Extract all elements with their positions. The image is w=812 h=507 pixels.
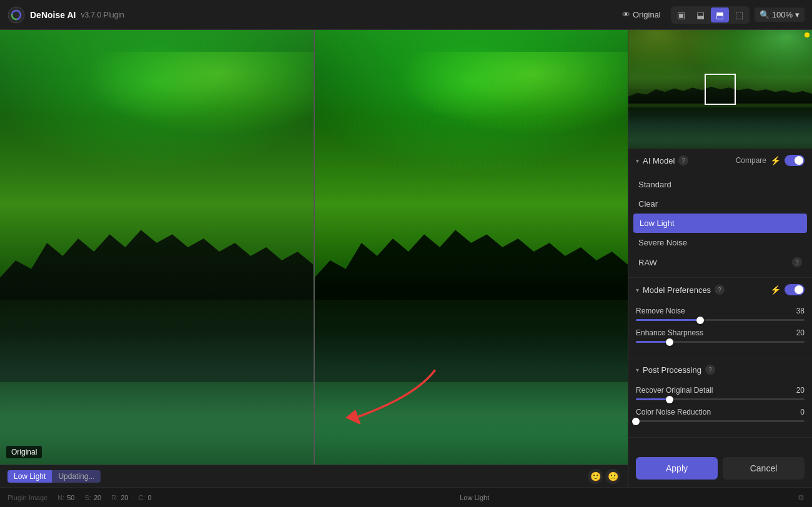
model-pref-toggle[interactable] bbox=[785, 284, 805, 295]
main-layout: Original Low Light Updating bbox=[0, 30, 812, 487]
ai-model-title: AI Model bbox=[643, 156, 675, 165]
model-pref-lightning-icon: ⚡ bbox=[770, 285, 781, 295]
status-dot bbox=[805, 32, 810, 37]
enhance-sharpness-thumb[interactable] bbox=[666, 338, 673, 346]
app-title: DeNoise AI bbox=[30, 10, 76, 20]
model-item-severe-noise[interactable]: Severe Noise bbox=[628, 233, 812, 252]
right-waterfall-area bbox=[315, 300, 628, 465]
recover-detail-thumb[interactable] bbox=[666, 396, 673, 403]
enhance-sharpness-slider-row: Enhance Sharpness 20 bbox=[636, 328, 805, 343]
view-side-button[interactable]: ⬚ bbox=[730, 7, 748, 22]
recover-detail-value: 20 bbox=[787, 386, 805, 395]
remove-noise-value: 38 bbox=[787, 307, 805, 315]
original-button-label: Original bbox=[633, 10, 661, 19]
model-pref-help-icon[interactable]: ? bbox=[715, 285, 725, 295]
right-aurora-background bbox=[315, 30, 628, 465]
image-canvas: Original bbox=[0, 30, 628, 465]
remove-noise-thumb[interactable] bbox=[696, 317, 704, 324]
view-split-h-button[interactable]: ⬒ bbox=[711, 7, 729, 22]
cancel-button[interactable]: Cancel bbox=[723, 457, 805, 480]
lightning-icon: ⚡ bbox=[770, 155, 781, 165]
recover-detail-slider-row: Recover Original Detail 20 bbox=[636, 386, 805, 400]
aurora-layer-3 bbox=[0, 30, 314, 204]
model-item-raw[interactable]: RAW ? bbox=[628, 252, 812, 272]
recover-detail-track[interactable] bbox=[636, 398, 805, 400]
eye-icon: 👁 bbox=[622, 10, 630, 19]
image-area: Original Low Light Updating bbox=[0, 30, 628, 487]
color-noise-slider-row: Color Noise Reduction 0 bbox=[636, 408, 805, 422]
model-list: Standard Clear Low Light Severe Noise RA… bbox=[628, 172, 812, 277]
post-proc-chevron-icon[interactable]: ▾ bbox=[636, 367, 639, 373]
app-version: v3.7.0 Plugin bbox=[81, 11, 124, 19]
model-item-clear[interactable]: Clear bbox=[628, 194, 812, 214]
footer-r-value: 20 bbox=[121, 494, 128, 501]
post-proc-help-icon[interactable]: ? bbox=[705, 365, 715, 375]
footer-n-value: 50 bbox=[67, 494, 74, 501]
logo: DeNoise AI v3.7.0 Plugin bbox=[7, 6, 124, 24]
thumbnail-preview[interactable] bbox=[628, 30, 812, 149]
model-badge-name: Low Light bbox=[7, 470, 52, 483]
left-image-panel[interactable]: Original bbox=[0, 30, 314, 465]
post-processing-section: ▾ Post Processing ? Recover Original Det… bbox=[628, 358, 812, 438]
ai-model-section-header: ▾ AI Model ? Compare ⚡ bbox=[628, 149, 812, 172]
color-noise-thumb[interactable] bbox=[632, 418, 640, 425]
ai-model-help-icon[interactable]: ? bbox=[678, 155, 688, 165]
model-clear-label: Clear bbox=[638, 199, 658, 209]
footer-n-label: N: bbox=[57, 494, 64, 501]
panel-scroll[interactable]: ▾ AI Model ? Compare ⚡ Standard Clear bbox=[628, 149, 812, 450]
ai-model-chevron-icon[interactable]: ▾ bbox=[636, 157, 639, 164]
color-noise-value: 0 bbox=[787, 408, 805, 416]
original-toggle-button[interactable]: 👁 Original bbox=[617, 7, 666, 22]
model-preferences-sliders: Remove Noise 38 Enhance Sharpness 20 bbox=[628, 302, 812, 358]
action-buttons: Apply Cancel bbox=[628, 450, 812, 487]
view-single-button[interactable]: ▣ bbox=[672, 7, 690, 22]
model-severe-noise-label: Severe Noise bbox=[638, 238, 687, 247]
emoji-buttons: 🙂 🙁 bbox=[588, 469, 620, 484]
model-badge: Low Light Updating... bbox=[7, 470, 101, 483]
footer-c-value: 0 bbox=[147, 494, 151, 501]
thumbnail-aurora-2 bbox=[628, 30, 775, 89]
svg-point-0 bbox=[8, 7, 24, 23]
view-toggle-group: ▣ ⬓ ⬒ ⬚ bbox=[671, 6, 750, 24]
model-pref-toggle-knob bbox=[795, 285, 803, 294]
color-noise-track[interactable] bbox=[636, 420, 805, 422]
raw-help-icon[interactable]: ? bbox=[792, 257, 802, 267]
footer-bar: Plugin Image N: 50 S: 20 R: 20 C: 0 Low … bbox=[0, 487, 812, 507]
remove-noise-fill bbox=[636, 319, 700, 321]
ai-model-section: ▾ AI Model ? Compare ⚡ Standard Clear bbox=[628, 149, 812, 278]
model-pref-chevron-icon[interactable]: ▾ bbox=[636, 287, 639, 293]
image-bottom-bar: Low Light Updating... 🙂 🙁 bbox=[0, 465, 628, 487]
model-low-light-label: Low Light bbox=[640, 219, 675, 228]
enhance-sharpness-fill bbox=[636, 341, 670, 343]
model-badge-status: Updating... bbox=[52, 470, 101, 483]
zoom-control[interactable]: 🔍 100% ▾ bbox=[755, 7, 805, 22]
apply-button[interactable]: Apply bbox=[636, 457, 718, 480]
header: DeNoise AI v3.7.0 Plugin 👁 Original ▣ ⬓ … bbox=[0, 0, 812, 30]
thumbs-down-button[interactable]: 🙁 bbox=[605, 469, 620, 484]
zoom-icon: 🔍 bbox=[760, 10, 770, 19]
recover-detail-fill bbox=[636, 398, 670, 400]
model-standard-label: Standard bbox=[638, 180, 671, 189]
right-panel: ▾ AI Model ? Compare ⚡ Standard Clear bbox=[628, 30, 812, 487]
zoom-level: 100% bbox=[772, 10, 793, 19]
footer-s-value: 20 bbox=[94, 494, 101, 501]
thumbnail-canvas bbox=[628, 30, 812, 149]
footer-s-item: S: 20 bbox=[84, 494, 101, 501]
right-aurora-layer-3 bbox=[315, 30, 628, 204]
zoom-chevron-icon: ▾ bbox=[795, 10, 800, 19]
view-split-v-button[interactable]: ⬓ bbox=[691, 7, 710, 22]
right-image-panel[interactable] bbox=[315, 30, 628, 465]
model-item-standard[interactable]: Standard bbox=[628, 175, 812, 194]
remove-noise-label: Remove Noise bbox=[636, 307, 685, 315]
enhance-sharpness-track[interactable] bbox=[636, 341, 805, 343]
thumbs-up-button[interactable]: 🙂 bbox=[588, 469, 603, 484]
post-processing-sliders: Recover Original Detail 20 Color Noise R… bbox=[628, 381, 812, 437]
left-aurora-background bbox=[0, 30, 314, 465]
model-item-low-light[interactable]: Low Light bbox=[633, 214, 807, 233]
app-logo-icon bbox=[7, 6, 25, 24]
post-processing-header: ▾ Post Processing ? bbox=[628, 358, 812, 381]
ai-model-toggle[interactable] bbox=[785, 155, 805, 166]
model-preferences-section: ▾ Model Preferences ? ⚡ Remove Noise 38 bbox=[628, 278, 812, 358]
compare-label: Compare bbox=[736, 156, 766, 165]
remove-noise-track[interactable] bbox=[636, 319, 805, 321]
